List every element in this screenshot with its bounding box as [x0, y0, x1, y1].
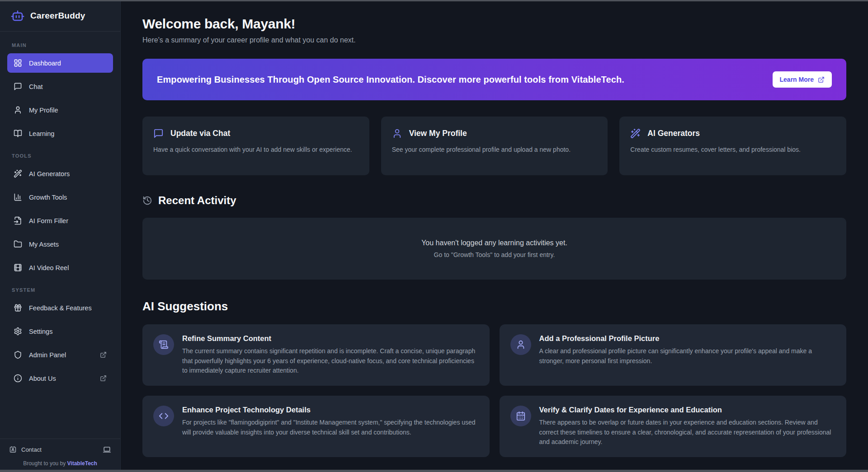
sidebar-item-ai-form-filler[interactable]: AI Form Filler: [7, 211, 113, 230]
sidebar-footer: Contact Brought to you by VitableTech: [0, 439, 120, 472]
quick-action-update-via-chat[interactable]: Update via Chat Have a quick conversatio…: [142, 117, 369, 175]
sidebar-item-label: AI Form Filler: [29, 217, 68, 224]
quick-action-title: Update via Chat: [170, 129, 230, 138]
calendar-icon: [516, 411, 526, 421]
folder-icon: [14, 240, 22, 248]
sidebar-item-ai-video-reel[interactable]: AI Video Reel: [7, 258, 113, 277]
history-icon: [142, 196, 152, 206]
message-square-icon: [14, 82, 22, 91]
bar-chart-icon: [14, 193, 22, 201]
sidebar-item-admin-panel[interactable]: Admin Panel: [7, 345, 113, 365]
learn-more-button[interactable]: Learn More: [773, 71, 832, 88]
wand-sparkles-icon: [14, 169, 22, 178]
quick-action-title: AI Generators: [647, 129, 700, 138]
quick-action-ai-generators[interactable]: AI Generators Create custom resumes, cov…: [619, 117, 846, 175]
app-title: CareerBuddy: [30, 11, 85, 21]
user-icon: [516, 340, 526, 350]
quick-action-description: Create custom resumes, cover letters, an…: [630, 145, 835, 154]
page-title: Welcome back, Mayank!: [142, 16, 846, 32]
contact-button[interactable]: Contact: [9, 445, 111, 454]
shield-icon: [14, 350, 22, 359]
ai-suggestions-grid: Refine Summary Content The current summa…: [142, 324, 846, 457]
quick-action-view-my-profile[interactable]: View My Profile See your complete profes…: [381, 117, 608, 175]
app-window: CareerBuddy MAIN Dashboard Chat My Profi…: [0, 0, 868, 472]
laptop-icon[interactable]: [103, 445, 111, 454]
sidebar-item-my-profile[interactable]: My Profile: [7, 100, 113, 120]
sidebar-item-growth-tools[interactable]: Growth Tools: [7, 187, 113, 207]
nav-section-label-system: SYSTEM: [12, 287, 108, 293]
sidebar-item-label: Admin Panel: [29, 351, 66, 359]
external-link-icon: [100, 351, 107, 358]
sidebar: CareerBuddy MAIN Dashboard Chat My Profi…: [0, 0, 121, 472]
file-input-icon: [14, 216, 22, 225]
suggestion-title: Add a Professional Profile Picture: [539, 334, 836, 343]
suggestion-title: Verify & Clarify Dates for Experience an…: [539, 406, 836, 414]
nav-section-label-main: MAIN: [12, 42, 108, 48]
info-icon: [14, 374, 22, 383]
screen-top-edge: [0, 0, 868, 1]
suggestion-card-verify-dates: Verify & Clarify Dates for Experience an…: [500, 396, 847, 457]
suggestion-description: For projects like "flamingodigiprint" an…: [182, 418, 479, 437]
promo-banner-text: Empowering Businesses Through Open Sourc…: [157, 75, 624, 85]
sidebar-item-dashboard[interactable]: Dashboard: [7, 53, 113, 73]
sidebar-item-my-assets[interactable]: My Assets: [7, 234, 113, 254]
brand-prefix: Brought to you by: [23, 460, 67, 467]
sidebar-item-label: Learning: [29, 130, 54, 137]
learn-more-label: Learn More: [780, 76, 814, 83]
sidebar-item-ai-generators[interactable]: AI Generators: [7, 164, 113, 183]
nav-section-label-tools: TOOLS: [12, 153, 108, 159]
sidebar-item-learning[interactable]: Learning: [7, 124, 113, 143]
main-content: Welcome back, Mayank! Here's a summary o…: [121, 0, 868, 472]
recent-activity-header: Recent Activity: [142, 194, 846, 207]
recent-activity-title: Recent Activity: [158, 194, 236, 207]
sidebar-item-label: My Assets: [29, 241, 59, 248]
suggestion-icon-badge: [153, 334, 174, 355]
quick-actions: Update via Chat Have a quick conversatio…: [142, 117, 846, 175]
suggestion-title: Refine Summary Content: [182, 334, 479, 343]
external-link-icon: [818, 76, 825, 83]
brand-link[interactable]: VitableTech: [67, 460, 97, 467]
gift-icon: [14, 304, 22, 312]
sidebar-item-about-us[interactable]: About Us: [7, 369, 113, 388]
wand-sparkles-icon: [630, 128, 641, 139]
suggestion-icon-badge: [153, 406, 174, 426]
suggestion-description: The current summary contains significant…: [182, 346, 479, 376]
sidebar-item-label: Settings: [29, 328, 52, 335]
message-square-icon: [153, 128, 164, 139]
sidebar-item-label: Dashboard: [29, 60, 61, 67]
scroll-text-icon: [159, 340, 169, 350]
contact-label: Contact: [21, 446, 42, 453]
sidebar-item-settings[interactable]: Settings: [7, 322, 113, 341]
sidebar-item-label: My Profile: [29, 107, 58, 114]
quick-action-description: See your complete professional profile a…: [392, 145, 597, 154]
brand-line: Brought to you by VitableTech: [9, 460, 111, 467]
recent-activity-empty-state: You haven't logged any learning activiti…: [142, 218, 846, 280]
dashboard-icon: [14, 59, 22, 67]
gear-icon: [14, 327, 22, 336]
sidebar-item-label: About Us: [29, 375, 56, 382]
code-icon: [159, 411, 169, 421]
sidebar-nav: MAIN Dashboard Chat My Profile Learning …: [0, 32, 120, 439]
external-link-icon: [100, 375, 107, 382]
suggestion-card-profile-picture: Add a Professional Profile Picture A cle…: [500, 324, 847, 386]
page-subtitle: Here's a summary of your career profile …: [142, 36, 846, 44]
suggestion-icon-badge: [510, 334, 531, 355]
promo-banner: Empowering Businesses Through Open Sourc…: [142, 59, 846, 100]
user-icon: [392, 128, 402, 139]
user-icon: [14, 106, 22, 114]
film-icon: [14, 263, 22, 272]
empty-state-line2: Go to "Growth Tools" to add your first e…: [434, 251, 555, 258]
sidebar-item-feedback-features[interactable]: Feedback & Features: [7, 298, 113, 318]
suggestion-title: Enhance Project Technology Details: [182, 406, 479, 414]
sidebar-item-label: Chat: [29, 83, 43, 90]
sidebar-item-label: Feedback & Features: [29, 304, 92, 312]
sidebar-item-label: AI Generators: [29, 170, 70, 178]
sidebar-item-chat[interactable]: Chat: [7, 77, 113, 96]
book-open-icon: [14, 129, 22, 138]
quick-action-description: Have a quick conversation with your AI t…: [153, 145, 359, 154]
suggestion-card-project-technology: Enhance Project Technology Details For p…: [142, 396, 490, 457]
empty-state-line1: You haven't logged any learning activiti…: [421, 239, 567, 247]
sidebar-item-label: Growth Tools: [29, 194, 67, 201]
suggestion-description: A clear and professional profile picture…: [539, 346, 836, 366]
contact-card-icon: [9, 446, 17, 453]
